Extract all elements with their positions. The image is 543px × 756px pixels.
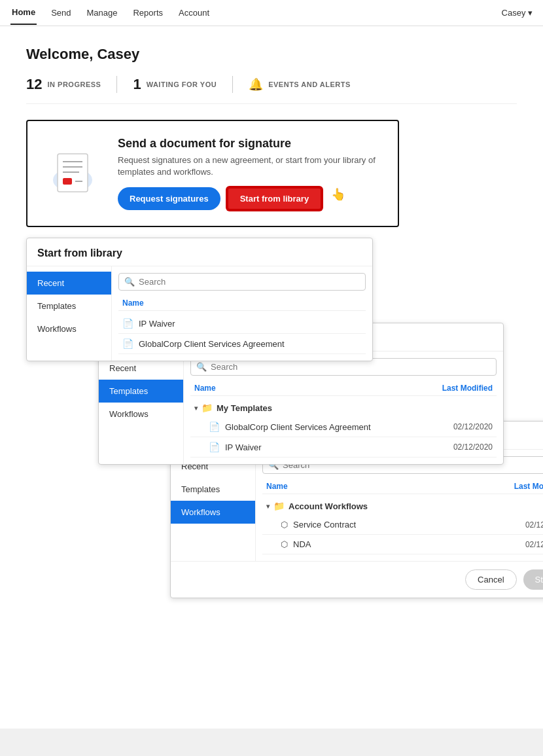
recent-table-header: Name <box>118 296 366 311</box>
panel-workflows-body: Recent Templates Workflows 🔍 Name Last M… <box>171 450 543 561</box>
folder-name: My Templates <box>217 403 272 413</box>
table-row[interactable]: ⬡ Service Contract 02/12/2020 <box>262 515 543 535</box>
stat-waiting-label: WAITING FOR YOU <box>147 81 217 88</box>
send-card-title: Send a document for signature <box>118 137 382 151</box>
row-name: IP Waiver <box>225 442 262 452</box>
panels-wrapper: Start from library Recent Templates Work… <box>26 238 517 696</box>
svg-rect-5 <box>63 178 72 185</box>
nav-home[interactable]: Home <box>10 1 37 25</box>
name-col-header: Name <box>122 298 144 308</box>
sidebar-workflows-2[interactable]: Workflows <box>99 403 183 425</box>
folder-icon: 📁 <box>273 501 285 511</box>
stat-events[interactable]: 🔔 EVENTS AND ALERTS <box>249 77 366 92</box>
sidebar-workflows-3[interactable]: Workflows <box>171 501 255 524</box>
folder-row[interactable]: ▾ 📁 My Templates <box>190 399 497 417</box>
bell-icon: 🔔 <box>249 77 263 92</box>
welcome-title: Welcome, Casey <box>26 46 517 63</box>
row-name: Service Contract <box>293 520 356 530</box>
panel-recent-search[interactable]: 🔍 <box>118 273 366 291</box>
sidebar-templates-3[interactable]: Templates <box>171 478 255 501</box>
doc-icon: 📄 <box>209 422 220 432</box>
table-row[interactable]: 📄 GlobalCorp Client Services Agreement 0… <box>190 417 497 437</box>
stat-in-progress[interactable]: 12 IN PROGRESS <box>26 76 117 93</box>
doc-icon: 📄 <box>209 442 220 452</box>
top-nav: Home Send Manage Reports Account Casey ▾ <box>0 0 543 26</box>
cursor-icon: 👆 <box>331 187 345 210</box>
name-col-header: Name <box>266 482 288 491</box>
panel-workflows-sidebar: Recent Templates Workflows <box>171 450 256 561</box>
row-name: GlobalCorp Client Services Agreement <box>225 422 371 432</box>
doc-icon: 📄 <box>122 338 133 349</box>
nav-reports[interactable]: Reports <box>131 1 164 24</box>
send-card-desc: Request signatures on a new agreement, o… <box>118 154 382 178</box>
search-icon: 🔍 <box>196 362 207 372</box>
nav-manage[interactable]: Manage <box>86 1 119 24</box>
search-icon: 🔍 <box>124 277 135 287</box>
stat-events-label: EVENTS AND ALERTS <box>268 81 351 88</box>
panel-recent: Start from library Recent Templates Work… <box>26 238 373 361</box>
cancel-button[interactable]: Cancel <box>465 569 516 590</box>
templates-table-header: Name Last Modified <box>190 381 497 396</box>
panel-workflows-main: 🔍 Name Last Modified ▾ 📁 Account Workflo… <box>256 450 543 561</box>
user-menu[interactable]: Casey ▾ <box>502 8 533 18</box>
start-from-library-button[interactable]: Start from library <box>227 187 322 210</box>
panel-templates-main: 🔍 Name Last Modified ▾ 📁 My Templates 📄 <box>184 351 503 464</box>
nav-send[interactable]: Send <box>50 1 72 24</box>
table-row[interactable]: 📄 IP Waiver <box>118 314 366 334</box>
search-input[interactable] <box>139 277 360 287</box>
sidebar-templates-2[interactable]: Templates <box>99 380 183 403</box>
send-illustration <box>43 144 102 203</box>
panel-recent-body: Recent Templates Workflows 🔍 Name 📄 IP W… <box>27 266 372 361</box>
nav-account[interactable]: Account <box>177 1 211 24</box>
send-card-content: Send a document for signature Request si… <box>118 137 382 210</box>
row-date: 02/12/2020 <box>453 442 493 452</box>
folder-row[interactable]: ▾ 📁 Account Workflows <box>262 497 543 515</box>
row-date: 02/12/2020 <box>453 422 493 431</box>
table-row[interactable]: ⬡ NDA 02/12/2020 <box>262 535 543 554</box>
panel-recent-main: 🔍 Name 📄 IP Waiver 📄 GlobalCorp Client S… <box>112 266 372 361</box>
table-row[interactable]: 📄 IP Waiver 02/12/2020 <box>190 437 497 458</box>
row-name: IP Waiver <box>139 319 175 329</box>
table-row[interactable]: 📄 GlobalCorp Client Services Agreement <box>118 334 366 354</box>
collapse-arrow-icon: ▾ <box>194 405 198 412</box>
nav-links: Home Send Manage Reports Account <box>10 1 211 25</box>
name-col-header: Name <box>194 384 216 393</box>
workflows-table-header: Name Last Modified <box>262 479 543 494</box>
search-input-2[interactable] <box>211 362 491 372</box>
collapse-arrow-icon: ▾ <box>266 503 270 510</box>
panel-templates-body: Recent Templates Workflows 🔍 Name Last M… <box>99 351 503 464</box>
row-name: GlobalCorp Client Services Agreement <box>139 339 285 349</box>
workflow-icon: ⬡ <box>281 520 288 530</box>
send-card-buttons: Request signatures Start from library 👆 <box>118 187 382 210</box>
folder-name: Account Workflows <box>289 501 368 511</box>
sidebar-templates[interactable]: Templates <box>27 295 111 317</box>
panel-recent-sidebar: Recent Templates Workflows <box>27 266 112 361</box>
row-date: 02/12/2020 <box>525 540 543 549</box>
panel-templates-sidebar: Recent Templates Workflows <box>99 351 184 464</box>
panel-recent-title: Start from library <box>27 238 372 266</box>
start-button[interactable]: Start <box>523 569 543 590</box>
modified-col-header: Last Modified <box>514 482 543 491</box>
modified-col-header: Last Modified <box>442 384 493 393</box>
stat-waiting[interactable]: 1 WAITING FOR YOU <box>133 76 233 93</box>
workflow-icon: ⬡ <box>281 539 288 549</box>
request-signatures-button[interactable]: Request signatures <box>118 187 220 210</box>
stat-waiting-number: 1 <box>133 76 141 93</box>
stat-in-progress-label: IN PROGRESS <box>47 81 101 88</box>
folder-icon: 📁 <box>201 403 213 413</box>
sidebar-recent[interactable]: Recent <box>27 272 111 295</box>
stats-row: 12 IN PROGRESS 1 WAITING FOR YOU 🔔 EVENT… <box>26 76 517 104</box>
send-card: Send a document for signature Request si… <box>27 121 398 226</box>
sidebar-workflows[interactable]: Workflows <box>27 317 111 340</box>
row-name: NDA <box>293 539 311 549</box>
stat-in-progress-number: 12 <box>26 76 42 93</box>
panel-footer: Cancel Start <box>171 561 543 598</box>
main-content: Welcome, Casey 12 IN PROGRESS 1 WAITING … <box>0 26 543 729</box>
row-date: 02/12/2020 <box>525 520 543 530</box>
doc-icon: 📄 <box>122 318 133 329</box>
